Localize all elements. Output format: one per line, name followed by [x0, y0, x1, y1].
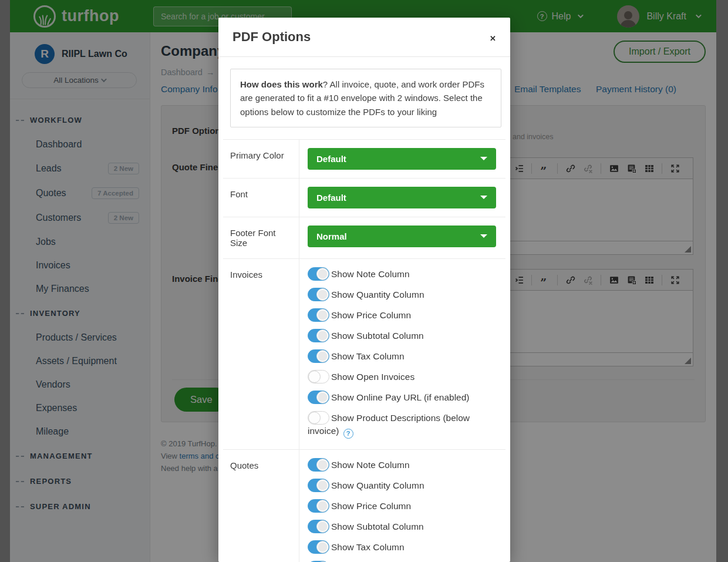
- dropdown-caret-icon: [480, 157, 487, 160]
- dropdown-caret-icon: [480, 234, 487, 238]
- toggle-switch[interactable]: [308, 458, 329, 472]
- font-row: Font Default: [223, 178, 505, 217]
- toggle-switch[interactable]: [308, 308, 329, 322]
- select-value: Default: [316, 154, 346, 164]
- invoices-row: Invoices Show Note Column Show Quantity …: [223, 258, 505, 449]
- toggle-knob: [316, 350, 329, 362]
- close-icon[interactable]: ✕: [490, 29, 496, 43]
- select-value: Default: [316, 193, 346, 203]
- primary-color-row: Primary Color Default: [223, 139, 505, 178]
- toggle-label: Show Quantity Column: [331, 290, 424, 299]
- quotes-label: Quotes: [223, 450, 299, 562]
- toggle-knob: [316, 329, 329, 342]
- footer-font-size-select[interactable]: Normal: [308, 226, 496, 247]
- toggle-knob: [316, 288, 329, 301]
- toggle-switch[interactable]: [308, 329, 329, 342]
- toggle-quote-subtotal-column[interactable]: Show Subtotal Column: [308, 520, 496, 533]
- toggle-switch[interactable]: [308, 479, 329, 492]
- toggle-invoice-product-descriptions[interactable]: Show Product Descriptions (below invoice…: [308, 411, 496, 439]
- font-label: Font: [223, 179, 299, 217]
- toggle-knob: [316, 541, 329, 553]
- toggle-knob: [308, 412, 321, 424]
- toggle-switch[interactable]: [308, 499, 329, 513]
- primary-color-select[interactable]: Default: [308, 148, 496, 170]
- toggle-label: Show Subtotal Column: [331, 331, 424, 341]
- footer-font-size-row: Footer Font Size Normal: [223, 217, 505, 258]
- toggle-invoice-price-column[interactable]: Show Price Column: [308, 308, 496, 322]
- primary-color-label: Primary Color: [223, 140, 299, 178]
- toggle-label: Show Subtotal Column: [331, 521, 424, 531]
- select-value: Normal: [316, 231, 347, 241]
- toggle-label: Show Open Invoices: [331, 372, 414, 382]
- modal-title: PDF Options: [232, 29, 311, 45]
- toggle-switch[interactable]: [308, 288, 329, 301]
- toggle-switch[interactable]: [308, 349, 329, 363]
- toggle-show-open-invoices[interactable]: Show Open Invoices: [308, 370, 496, 383]
- toggle-knob: [316, 479, 329, 492]
- toggle-switch[interactable]: [308, 411, 329, 425]
- toggle-switch[interactable]: [308, 267, 329, 281]
- toggle-quote-quantity-column[interactable]: Show Quantity Column: [308, 479, 496, 492]
- question-circle-icon[interactable]: ?: [343, 429, 353, 439]
- toggle-quote-tax-column[interactable]: Show Tax Column: [308, 540, 496, 554]
- toggle-invoice-note-column[interactable]: Show Note Column: [308, 267, 496, 281]
- toggle-quote-note-column[interactable]: Show Note Column: [308, 458, 496, 472]
- toggle-knob: [308, 371, 321, 383]
- toggle-invoice-quantity-column[interactable]: Show Quantity Column: [308, 288, 496, 301]
- toggle-label: Show Product Descriptions (below invoice…: [308, 413, 470, 436]
- toggle-switch[interactable]: [308, 520, 329, 533]
- toggle-invoice-subtotal-column[interactable]: Show Subtotal Column: [308, 329, 496, 342]
- toggle-switch[interactable]: [308, 540, 329, 554]
- toggle-knob: [316, 500, 329, 512]
- toggle-show-online-pay-url[interactable]: Show Online Pay URL (if enabled): [308, 391, 496, 404]
- toggle-label: Show Price Column: [331, 310, 411, 320]
- pdf-options-modal: PDF Options ✕ How does this work? All in…: [218, 18, 510, 562]
- toggle-label: Show Quantity Column: [331, 480, 424, 490]
- toggle-label: Show Tax Column: [331, 351, 405, 361]
- intro-bold: How does this work: [240, 79, 323, 89]
- toggle-label: Show Tax Column: [331, 542, 405, 552]
- toggle-label: Show Online Pay URL (if enabled): [331, 392, 470, 402]
- footer-font-size-label: Footer Font Size: [223, 217, 299, 258]
- quotes-row: Quotes Show Note Column Show Quantity Co…: [223, 449, 505, 562]
- toggle-switch[interactable]: [308, 391, 329, 404]
- font-select[interactable]: Default: [308, 187, 496, 208]
- toggle-knob: [316, 309, 329, 321]
- invoices-label: Invoices: [223, 259, 299, 449]
- toggle-quote-price-column[interactable]: Show Price Column: [308, 499, 496, 513]
- toggle-label: Show Note Column: [331, 269, 410, 279]
- toggle-switch[interactable]: [308, 370, 329, 383]
- dropdown-caret-icon: [480, 196, 487, 199]
- toggle-label: Show Price Column: [331, 501, 411, 511]
- toggle-knob: [316, 268, 329, 280]
- toggle-knob: [316, 520, 329, 533]
- toggle-knob: [316, 391, 329, 403]
- toggle-knob: [316, 459, 329, 471]
- modal-intro: How does this work? All invoice, quote, …: [230, 69, 501, 127]
- toggle-invoice-tax-column[interactable]: Show Tax Column: [308, 349, 496, 363]
- toggle-label: Show Note Column: [331, 460, 410, 470]
